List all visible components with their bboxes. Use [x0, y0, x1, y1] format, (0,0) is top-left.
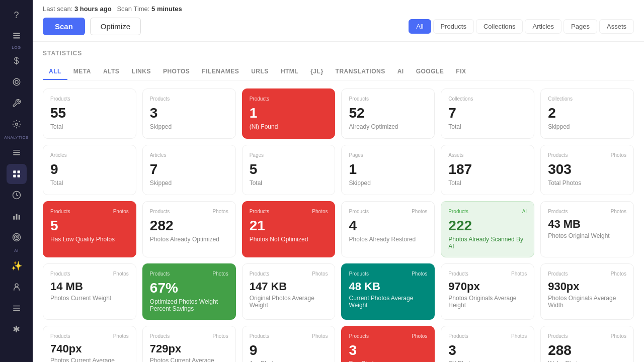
svg-rect-22 — [13, 308, 20, 309]
card-originals-avg-height: ProductsPhotos 970px Photos Originals Av… — [441, 263, 534, 320]
card-jpg-photos: ProductsPhotos 9 Jpg Photos — [242, 326, 336, 362]
sub-tab-urls[interactable]: URLS — [245, 64, 275, 80]
scan-time-label: Scan Time: — [117, 5, 149, 13]
target-icon[interactable] — [7, 227, 27, 247]
card-photos-already-optimized: ProductsPhotos 282 Photos Already Optimi… — [142, 201, 236, 257]
svg-rect-15 — [16, 214, 17, 220]
card-photos-already-restored: ProductsPhotos 4 Photos Already Restored — [341, 201, 435, 257]
bar-chart-icon[interactable] — [7, 206, 27, 226]
svg-point-5 — [15, 123, 18, 126]
card-photos-original-weight: ProductsPhotos 43 MB Photos Original Wei… — [540, 201, 634, 257]
sidebar: ? LOG $ ANALYTICS AI — [0, 0, 33, 362]
question-icon[interactable]: ? — [7, 5, 27, 25]
stats-title: STATISTICS — [43, 50, 634, 57]
sub-tab-google[interactable]: GOOGLE — [410, 64, 450, 80]
top-bar: Last scan: 3 hours ago Scan Time: 5 minu… — [33, 0, 644, 42]
asterisk-icon[interactable]: ✱ — [7, 319, 27, 339]
card-products-total: Products 55 Total — [43, 88, 136, 139]
card-photos-current-weight: ProductsPhotos 14 MB Photos Current Weig… — [43, 263, 136, 320]
card-pages-skipped: Pages 1 Skipped — [341, 145, 435, 195]
svg-rect-1 — [13, 35, 20, 36]
svg-rect-6 — [13, 150, 20, 151]
svg-rect-16 — [18, 215, 20, 220]
filter-tab-assets[interactable]: Assets — [599, 19, 634, 34]
cards-row-5: ProductsPhotos 740px Photos Current Aver… — [43, 326, 634, 362]
card-gif-photos: ProductsPhotos 3 Gif Photos — [441, 326, 534, 362]
analytics-label: ANALYTICS — [4, 135, 28, 140]
sub-tab-meta[interactable]: META — [67, 64, 97, 80]
svg-rect-23 — [13, 310, 20, 311]
card-products-already-optimized: Products 52 Already Optimized — [341, 88, 435, 139]
filter-tab-all[interactable]: All — [409, 19, 431, 34]
cards-row-4: ProductsPhotos 14 MB Photos Current Weig… — [43, 263, 634, 320]
card-original-avg-weight: ProductsPhotos 147 KB Original Photos Av… — [242, 263, 336, 320]
filter-tab-articles[interactable]: Articles — [525, 19, 561, 34]
card-products-skipped: Products 3 Skipped — [142, 88, 236, 139]
card-photos-not-optimized: ProductsPhotos 21 Photos Not Optimized — [242, 201, 336, 257]
list-icon[interactable] — [7, 298, 27, 318]
svg-rect-21 — [13, 306, 20, 307]
log-label: LOG — [12, 45, 21, 50]
action-buttons: Scan Optimize — [43, 18, 141, 35]
card-articles-skipped: Articles 7 Skipped — [142, 145, 236, 195]
sub-tab-ai[interactable]: AI — [391, 64, 410, 80]
card-png-photos: ProductsPhotos 3 Png Photos — [341, 326, 435, 362]
sub-tab-alts[interactable]: ALTS — [97, 64, 125, 80]
sub-tab-fix[interactable]: FIX — [450, 64, 472, 80]
last-scan-value: 3 hours ago — [74, 5, 112, 13]
circle-at-icon[interactable] — [7, 72, 27, 92]
svg-rect-12 — [17, 175, 20, 177]
svg-point-4 — [13, 78, 20, 85]
svg-point-19 — [16, 237, 17, 238]
card-assets-total: Assets 187 Total — [441, 145, 534, 195]
cards-row-2: Articles 9 Total Articles 7 Skipped Page… — [43, 145, 634, 195]
sub-tab-html[interactable]: HTML — [275, 64, 304, 80]
svg-rect-2 — [13, 37, 20, 38]
card-current-avg-weight: ProductsPhotos 48 KB Current Photos Aver… — [341, 263, 435, 320]
svg-rect-10 — [17, 170, 20, 173]
card-products-total-photos: ProductsPhotos 303 Total Photos — [540, 145, 634, 195]
sub-tab-jl[interactable]: {JL} — [304, 64, 329, 80]
card-photos-weight-savings: ProductsPhotos 67% Optimized Photos Weig… — [142, 263, 236, 320]
filter-tabs: All Products Collections Articles Pages … — [409, 19, 634, 34]
filter-tab-products[interactable]: Products — [433, 19, 474, 34]
last-scan-label: Last scan: — [43, 5, 72, 13]
card-originals-avg-width: ProductsPhotos 930px Photos Originals Av… — [540, 263, 634, 320]
card-collections-total: Collections 7 Total — [441, 88, 534, 139]
optimize-button[interactable]: Optimize — [90, 18, 141, 35]
action-row: Scan Optimize All Products Collections A… — [43, 18, 634, 35]
sub-tab-all[interactable]: ALL — [43, 64, 67, 80]
gear-icon[interactable] — [7, 114, 27, 134]
dollar-icon[interactable]: $ — [7, 51, 27, 71]
scan-info: Last scan: 3 hours ago Scan Time: 5 minu… — [43, 5, 634, 13]
card-products-ni-found: Products 1 (Ni) Found — [242, 88, 336, 139]
card-photos-scanned-ai: ProductsAI 222 Photos Already Scanned By… — [441, 201, 534, 257]
sub-tab-links[interactable]: LINKS — [125, 64, 157, 80]
filter-tab-pages[interactable]: Pages — [564, 19, 597, 34]
sub-tab-filenames[interactable]: FILENAMES — [196, 64, 245, 80]
svg-point-18 — [14, 235, 19, 240]
lines-icon[interactable] — [7, 143, 27, 163]
card-low-quality-photos: ProductsPhotos 5 Has Low Quality Photos — [43, 201, 136, 257]
card-pages-total: Pages 5 Total — [242, 145, 336, 195]
person-icon[interactable] — [7, 277, 27, 297]
cards-row-1: Products 55 Total Products 3 Skipped Pro… — [43, 88, 634, 139]
filter-tab-collections[interactable]: Collections — [476, 19, 523, 34]
sub-tab-photos[interactable]: PHOTOS — [157, 64, 196, 80]
svg-rect-7 — [13, 152, 20, 153]
svg-point-3 — [15, 80, 18, 83]
grid-icon[interactable] — [7, 164, 27, 184]
svg-rect-0 — [13, 33, 20, 34]
svg-rect-14 — [13, 216, 15, 220]
sub-tab-translations[interactable]: TRANSLATIONS — [330, 64, 391, 80]
card-collections-skipped: Collections 2 Skipped — [540, 88, 634, 139]
cards-row-3: ProductsPhotos 5 Has Low Quality Photos … — [43, 201, 634, 257]
sparkle-icon[interactable]: ✨ — [7, 256, 27, 276]
svg-rect-11 — [13, 175, 16, 177]
sub-tabs: ALL META ALTS LINKS PHOTOS FILENAMES URL… — [43, 64, 634, 80]
svg-point-20 — [15, 284, 18, 287]
log-icon[interactable] — [7, 26, 27, 46]
tools-icon[interactable] — [7, 93, 27, 113]
clock-icon[interactable] — [7, 185, 27, 205]
scan-button[interactable]: Scan — [43, 18, 85, 35]
